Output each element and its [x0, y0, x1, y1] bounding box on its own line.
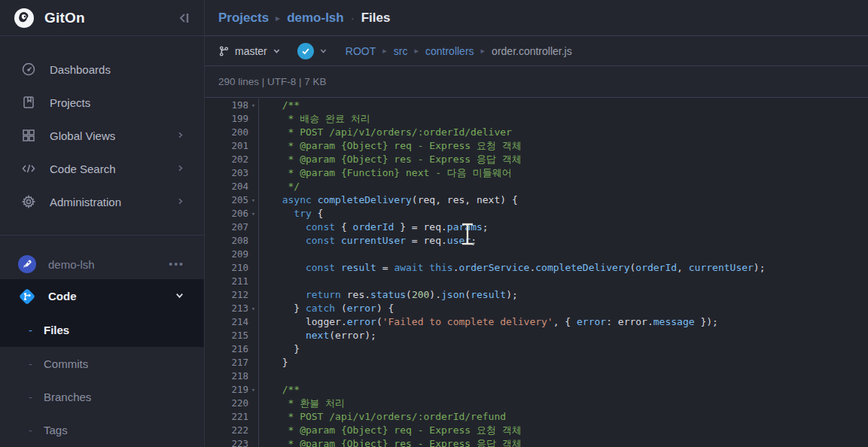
breadcrumb-project-name[interactable]: demo-lsh [287, 11, 344, 26]
sidebar-item-administration[interactable]: Administration [0, 185, 204, 218]
line-number[interactable]: 216 [205, 342, 248, 356]
sidebar-item-dashboards[interactable]: Dashboards [0, 53, 204, 86]
sidebar-code-section: Code -Files [0, 279, 204, 347]
file-path-breadcrumb: ROOT ▸ src ▸ controllers ▸ order.control… [346, 45, 572, 57]
code-line[interactable]: 203 * @param {Function} next - 다음 미들웨어 [205, 166, 868, 180]
code-line[interactable]: 209 [205, 248, 868, 261]
code-line[interactable]: 199 * 배송 완료 처리 [205, 112, 868, 126]
line-number[interactable]: 209 [205, 248, 248, 261]
branch-selector[interactable]: master [218, 45, 281, 57]
sidebar-collapse-icon[interactable] [177, 11, 192, 26]
line-number[interactable]: 206 [205, 207, 248, 220]
sidebar-item-code-search[interactable]: Code Search [0, 152, 204, 185]
code-line[interactable]: 201 * @param {Object} req - Express 요청 객… [205, 139, 868, 153]
code-line[interactable]: 219▾ /** [205, 383, 868, 397]
line-number[interactable]: 198 [205, 99, 248, 112]
sidebar-item-commits[interactable]: -Commits [0, 347, 204, 380]
fold-spacer [248, 356, 258, 369]
path-root[interactable]: ROOT [346, 45, 376, 57]
line-number[interactable]: 219 [205, 383, 248, 397]
code-line-text: const { orderId } = req.params; [259, 220, 489, 234]
code-line[interactable]: 215 next(error); [205, 329, 868, 342]
fold-spacer [248, 397, 258, 410]
project-more-icon[interactable]: ••• [169, 258, 184, 270]
path-controllers[interactable]: controllers [425, 45, 474, 57]
sidebar-item-tags[interactable]: -Tags [0, 413, 204, 446]
line-number[interactable]: 218 [205, 369, 248, 383]
code-line-text: async completeDelivery(req, res, next) { [259, 193, 518, 207]
code-viewer[interactable]: 198▾ /**199 * 배송 완료 처리200 * POST /api/v1… [205, 99, 868, 447]
line-number[interactable]: 221 [205, 410, 248, 424]
code-line[interactable]: 222 * @param {Object} req - Express 요청 객… [205, 424, 868, 437]
chevron-right-icon [176, 195, 184, 208]
chevron-down-icon [319, 47, 327, 55]
sidebar-divider [0, 235, 204, 236]
dash-bullet-icon: - [29, 357, 44, 370]
code-line-text: /** [259, 99, 300, 112]
fold-spacer [248, 329, 258, 342]
book-icon [21, 95, 36, 110]
code-line-text [259, 369, 270, 383]
code-line[interactable]: 211 [205, 275, 868, 288]
code-line-text: * POST /api/v1/orders/:orderId/deliver [259, 126, 512, 139]
line-number[interactable]: 222 [205, 424, 248, 437]
code-line[interactable]: 212 return res.status(200).json(result); [205, 288, 868, 302]
code-line[interactable]: 217 } [205, 356, 868, 369]
fold-spacer [248, 220, 258, 234]
sidebar-item-code[interactable]: Code [0, 279, 204, 313]
sidebar-item-projects[interactable]: Projects [0, 86, 204, 119]
line-number[interactable]: 207 [205, 220, 248, 234]
pipeline-status-badge[interactable] [297, 43, 327, 59]
fold-arrow-icon[interactable]: ▾ [248, 302, 258, 315]
sidebar-item-files[interactable]: -Files [0, 313, 204, 347]
line-number[interactable]: 204 [205, 180, 248, 193]
code-line-text [259, 275, 270, 288]
line-number[interactable]: 205 [205, 193, 248, 207]
sidebar-item-branches[interactable]: -Branches [0, 380, 204, 413]
code-line[interactable]: 220 * 환불 처리 [205, 397, 868, 410]
code-line[interactable]: 210 const result = await this.orderServi… [205, 261, 868, 275]
fold-arrow-icon[interactable]: ▾ [248, 193, 258, 207]
code-line[interactable]: 205▾ async completeDelivery(req, res, ne… [205, 193, 868, 207]
fold-spacer [248, 424, 258, 437]
code-line[interactable]: 208 const currentUser = req.user; [205, 234, 868, 248]
sidebar-project-row[interactable]: demo-lsh ••• [0, 249, 204, 279]
line-number[interactable]: 203 [205, 166, 248, 180]
line-number[interactable]: 199 [205, 112, 248, 126]
code-line[interactable]: 216 } [205, 342, 868, 356]
code-line[interactable]: 223 * @param {Object} res - Express 응답 객… [205, 437, 868, 447]
code-line[interactable]: 202 * @param {Object} res - Express 응답 객… [205, 153, 868, 166]
sidebar-item-global-views[interactable]: Global Views [0, 119, 204, 152]
line-number[interactable]: 213 [205, 302, 248, 315]
line-number[interactable]: 210 [205, 261, 248, 275]
code-line[interactable]: 207 const { orderId } = req.params; [205, 220, 868, 234]
line-number[interactable]: 215 [205, 329, 248, 342]
line-number[interactable]: 217 [205, 356, 248, 369]
path-src[interactable]: src [394, 45, 408, 57]
fold-arrow-icon[interactable]: ▾ [248, 207, 258, 220]
code-line-text [259, 248, 270, 261]
line-number[interactable]: 201 [205, 139, 248, 153]
code-line[interactable]: 213▾ } catch (error) { [205, 302, 868, 315]
code-line[interactable]: 221 * POST /api/v1/orders/:orderId/refun… [205, 410, 868, 424]
breadcrumb-projects[interactable]: Projects [218, 11, 269, 26]
line-number[interactable]: 220 [205, 397, 248, 410]
line-number[interactable]: 202 [205, 153, 248, 166]
code-line[interactable]: 204 */ [205, 180, 868, 193]
line-number[interactable]: 214 [205, 315, 248, 329]
fold-spacer [248, 369, 258, 383]
code-line[interactable]: 200 * POST /api/v1/orders/:orderId/deliv… [205, 126, 868, 139]
rocket-icon [18, 255, 36, 273]
fold-arrow-icon[interactable]: ▾ [248, 383, 258, 397]
line-number[interactable]: 212 [205, 288, 248, 302]
code-line[interactable]: 214 logger.error('Failed to complete del… [205, 315, 868, 329]
line-number[interactable]: 200 [205, 126, 248, 139]
line-number[interactable]: 211 [205, 275, 248, 288]
code-line[interactable]: 218 [205, 369, 868, 383]
fold-arrow-icon[interactable]: ▾ [248, 99, 258, 112]
code-line[interactable]: 198▾ /** [205, 99, 868, 112]
line-number[interactable]: 208 [205, 234, 248, 248]
line-number[interactable]: 223 [205, 437, 248, 447]
code-line-text: * @param {Object} res - Express 응답 객체 [259, 437, 522, 447]
code-line[interactable]: 206▾ try { [205, 207, 868, 220]
